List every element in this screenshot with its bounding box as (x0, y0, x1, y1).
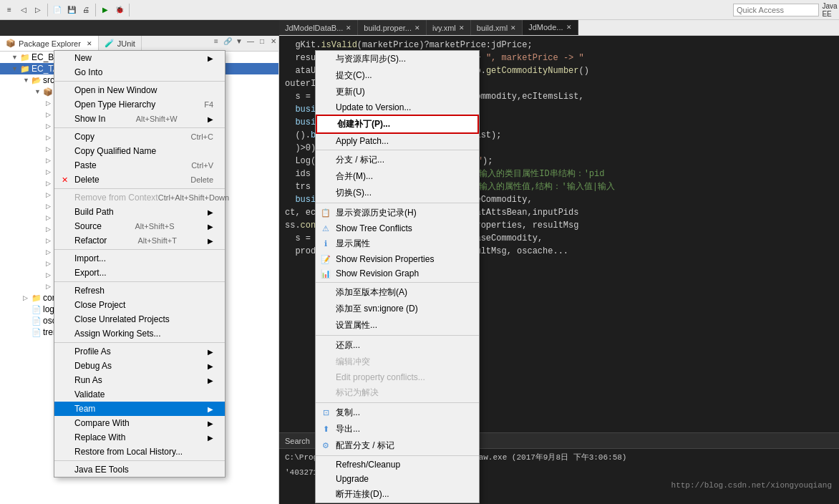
menu-item-open-type-hierarchy[interactable]: Open Type Hierarchy F4 (54, 97, 225, 112)
submenu-item-commit[interactable]: 提交(C)... (316, 67, 479, 84)
menu-item-source-label: Source (74, 221, 102, 231)
menu-item-close-project[interactable]: Close Project (54, 298, 225, 312)
menu-item-java-ee-tools[interactable]: Java EE Tools (54, 462, 225, 477)
submenu-arrow-icon: ▶ (208, 405, 213, 413)
submenu-arrow-icon: ▶ (208, 362, 213, 370)
menu-item-refresh-label: Refresh (74, 286, 105, 296)
menu-item-assign-working-sets-label: Assign Working Sets... (74, 329, 161, 339)
menu-item-build-path[interactable]: Build Path ▶ (54, 205, 225, 219)
menu-item-refactor-label: Refactor (74, 236, 107, 246)
submenu-arrow-icon: ▶ (208, 420, 213, 427)
menu-item-go-into[interactable]: Go Into (54, 65, 225, 79)
menu-item-replace-with-label: Replace With (74, 432, 125, 442)
submenu-item-apply-patch[interactable]: Apply Patch... (316, 134, 479, 148)
menu-item-show-in-label: Show In (74, 114, 105, 124)
menu-item-replace-with[interactable]: Replace With ▶ (54, 430, 225, 445)
submenu-item-set-property[interactable]: 设置属性... (316, 317, 479, 334)
menu-separator (54, 249, 225, 250)
menu-item-copy[interactable]: Copy Ctrl+C (54, 130, 225, 144)
submenu-item-branch-tag-label: 分支 / 标记... (336, 154, 384, 166)
submenu-arrow-icon: ▶ (208, 223, 213, 231)
submenu-item-export[interactable]: ⬆ 导出... (316, 421, 479, 437)
menu-separator (54, 188, 225, 189)
submenu-item-refresh-cleanup[interactable]: Refresh/Cleanup (316, 457, 479, 472)
menu-separator (316, 455, 479, 456)
menu-item-paste-label: Paste (74, 160, 97, 170)
menu-item-profile-as[interactable]: Profile As ▶ (54, 344, 225, 359)
shortcut-f4: F4 (204, 100, 213, 109)
menu-item-close-project-label: Close Project (74, 300, 125, 310)
submenu-item-revert[interactable]: 还原... (316, 337, 479, 354)
menu-item-paste[interactable]: Paste Ctrl+V (54, 158, 225, 173)
menu-item-delete[interactable]: ✕ Delete Delete (54, 173, 225, 187)
menu-item-run-as[interactable]: Run As ▶ (54, 373, 225, 387)
submenu-item-upgrade[interactable]: Upgrade (316, 472, 479, 486)
submenu-item-show-history[interactable]: 📋 显示资源历史记录(H) (316, 205, 479, 221)
shortcut-remove: Ctrl+Alt+Shift+Down (158, 193, 229, 202)
submenu-item-copy[interactable]: ⊡ 复制... (316, 404, 479, 421)
submenu-item-sync[interactable]: 与资源库同步(S)... (316, 51, 479, 67)
shortcut-copy: Ctrl+C (191, 132, 213, 141)
menu-item-source[interactable]: Source Alt+Shift+S ▶ (54, 219, 225, 233)
submenu-item-revert-label: 还原... (336, 339, 360, 352)
menu-item-close-unrelated-label: Close Unrelated Projects (74, 314, 170, 324)
menu-item-debug-as-label: Debug As (74, 361, 112, 371)
submenu-item-merge[interactable]: 合并(M)... (316, 168, 479, 185)
submenu-item-show-revision-props[interactable]: 📝 Show Revision Properties (316, 252, 479, 266)
submenu-item-disconnect[interactable]: 断开连接(D)... (316, 486, 479, 503)
menu-separator (316, 402, 479, 403)
submenu-item-mark-resolved-label: 标记为解决 (336, 387, 379, 399)
submenu-arrow-icon: ▶ (208, 237, 213, 245)
menu-item-copy-qualified-label: Copy Qualified Name (74, 146, 156, 156)
menu-item-restore-local-history[interactable]: Restore from Local History... (54, 445, 225, 459)
submenu-item-branch-tag[interactable]: 分支 / 标记... (316, 152, 479, 168)
submenu-item-disconnect-label: 断开连接(D)... (336, 488, 389, 500)
submenu-item-update-label: 更新(U) (336, 86, 365, 98)
menu-separator (54, 81, 225, 82)
submenu-item-show-revision-graph[interactable]: 📊 Show Revision Graph (316, 266, 479, 281)
submenu-item-add-to-ignore[interactable]: 添加至 svn:ignore (D) (316, 301, 479, 317)
submenu-item-update[interactable]: 更新(U) (316, 84, 479, 100)
submenu-item-show-revision-props-label: Show Revision Properties (336, 254, 434, 264)
submenu-item-show-properties[interactable]: ℹ 显示属性 (316, 236, 479, 252)
menu-item-close-unrelated[interactable]: Close Unrelated Projects (54, 312, 225, 326)
menu-item-refresh[interactable]: Refresh (54, 284, 225, 298)
submenu-arrow-icon: ▶ (208, 208, 213, 216)
history-icon: 📋 (320, 208, 331, 219)
menu-item-team-label: Team (74, 404, 95, 414)
menu-item-refactor[interactable]: Refactor Alt+Shift+T ▶ (54, 233, 225, 248)
submenu-item-config-branch-label: 配置分支 / 标记 (336, 440, 394, 452)
menu-item-compare-with[interactable]: Compare With ▶ (54, 416, 225, 430)
submenu-item-add-to-version[interactable]: 添加至版本控制(A) (316, 284, 479, 301)
submenu-item-refresh-cleanup-label: Refresh/Cleanup (336, 460, 400, 470)
submenu-item-create-patch[interactable]: 创建补丁(P)... (316, 115, 479, 134)
submenu-item-edit-property-conflicts: Edit property conflicts... (316, 370, 479, 384)
submenu-item-switch[interactable]: 切换(S)... (316, 185, 479, 201)
menu-item-debug-as[interactable]: Debug As ▶ (54, 359, 225, 373)
menu-item-compare-with-label: Compare With (74, 418, 130, 428)
submenu-item-update-to-version[interactable]: Update to Version... (316, 100, 479, 115)
context-menu-overlay: New ▶ Go Into Open in New Window Open Ty… (0, 0, 839, 504)
menu-item-validate-label: Validate (74, 389, 105, 399)
menu-item-copy-label: Copy (74, 132, 94, 142)
menu-item-show-in[interactable]: Show In Alt+Shift+W ▶ (54, 112, 225, 126)
submenu-item-create-patch-label: 创建补丁(P)... (337, 118, 390, 130)
submenu-item-apply-patch-label: Apply Patch... (336, 136, 389, 146)
menu-separator (54, 460, 225, 461)
menu-item-assign-working-sets[interactable]: Assign Working Sets... (54, 326, 225, 341)
menu-item-export[interactable]: Export... (54, 266, 225, 280)
submenu-arrow-icon: ▶ (208, 348, 213, 356)
menu-item-profile-as-label: Profile As (74, 346, 111, 357)
menu-item-validate[interactable]: Validate (54, 387, 225, 402)
submenu-item-show-tree-conflicts[interactable]: ⚠ Show Tree Conflicts (316, 221, 479, 236)
menu-item-open-new-window[interactable]: Open in New Window (54, 83, 225, 97)
menu-item-copy-qualified[interactable]: Copy Qualified Name (54, 144, 225, 158)
submenu-item-export-label: 导出... (336, 423, 360, 435)
menu-separator (54, 342, 225, 343)
menu-item-import[interactable]: Import... (54, 251, 225, 266)
submenu-item-update-to-version-label: Update to Version... (336, 102, 411, 112)
menu-item-team[interactable]: Team ▶ (54, 402, 225, 416)
menu-item-new[interactable]: New ▶ (54, 51, 225, 65)
submenu-item-set-property-label: 设置属性... (336, 319, 377, 331)
submenu-item-config-branch[interactable]: ⚙ 配置分支 / 标记 (316, 437, 479, 454)
